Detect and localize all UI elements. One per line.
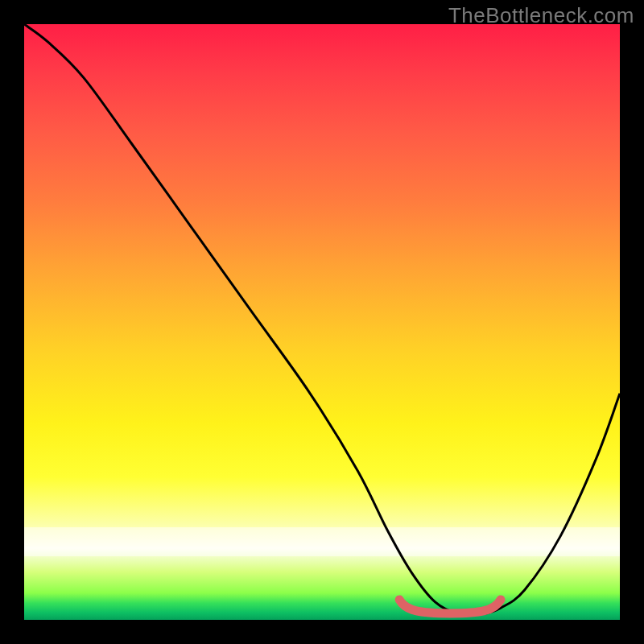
bottleneck-curve (24, 24, 620, 615)
watermark-text: TheBottleneck.com (448, 3, 634, 28)
plot-area (24, 24, 620, 620)
chart-frame: TheBottleneck.com (0, 0, 644, 644)
chart-svg (24, 24, 620, 620)
optimal-zone-arc (399, 600, 501, 613)
